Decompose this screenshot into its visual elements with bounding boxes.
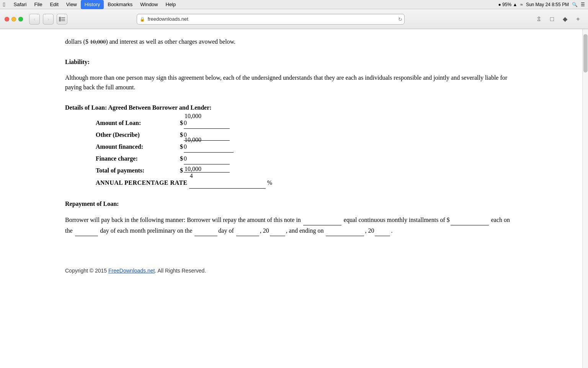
- dollar-sign-2: $: [180, 130, 183, 140]
- apr-percent: %: [267, 178, 272, 187]
- apr-row: ANNUAL PERCENTAGE RATE 4 %: [96, 178, 517, 189]
- amount-financed-top: 10,000: [185, 135, 201, 145]
- page-content: dollars ($ 10,000) and interest as well …: [0, 29, 582, 368]
- apr-value: 4: [190, 171, 193, 181]
- blank-year-2: [375, 225, 390, 236]
- menubar-view[interactable]: View: [62, 0, 81, 9]
- sidebar-icon: [59, 17, 65, 21]
- toolbar-actions: ⇫ □ ◆ +: [534, 14, 583, 25]
- finance-charge-row: Finance charge: $ 0: [96, 154, 517, 164]
- amount-strikethrough: 10,000: [90, 39, 106, 45]
- dollar-sign-5: $: [180, 166, 183, 175]
- loan-fields: Amount of Loan: $ 10,000 0 Other (Descri…: [96, 118, 517, 189]
- liability-heading: Liability:: [65, 58, 517, 67]
- add-tab-button[interactable]: +: [573, 14, 583, 25]
- menubar-file[interactable]: File: [30, 0, 46, 9]
- footer-link[interactable]: FreeDownloads.net: [108, 268, 155, 274]
- liability-paragraph: Although more than one person may sign t…: [65, 73, 517, 92]
- address-bar-container: 🔒 freedownloads.net ↻: [137, 14, 405, 25]
- other-row: Other (Describe) $ 0: [96, 130, 517, 141]
- lock-icon: 🔒: [140, 16, 145, 21]
- apr-label: ANNUAL PERCENTAGE RATE: [96, 178, 188, 187]
- forward-button: ›: [43, 14, 54, 25]
- scroll-thumb[interactable]: [583, 34, 588, 72]
- menubar-help[interactable]: Help: [162, 0, 180, 9]
- total-payments-row: Total of payments: $ 10,000: [96, 166, 517, 175]
- new-tab-button[interactable]: □: [547, 14, 557, 25]
- svg-rect-0: [59, 17, 61, 21]
- loan-amount-top: 10,000: [185, 112, 201, 121]
- loan-amount-row: Amount of Loan: $ 10,000 0: [96, 118, 517, 129]
- svg-rect-1: [61, 17, 65, 18]
- clock: Sun May 24 8:55 PM: [526, 2, 569, 7]
- window-controls: [5, 17, 23, 21]
- dollar-sign-3: $: [180, 142, 183, 151]
- menubar-history[interactable]: History: [81, 0, 104, 9]
- loan-details-heading: Details of Loan: Agreed Between Borrower…: [65, 103, 517, 112]
- blank-month: [236, 225, 259, 236]
- dollar-sign-1: $: [180, 118, 183, 128]
- blank-day-2: [194, 225, 217, 236]
- svg-rect-2: [61, 19, 65, 20]
- control-strip: ☰: [581, 2, 585, 7]
- wifi-icon: ≈: [520, 2, 523, 7]
- extensions-button[interactable]: ◆: [560, 14, 570, 25]
- other-label: Other (Describe): [96, 130, 180, 140]
- toolbar: ‹ › 🔒 freedownloads.net ↻ ⇫ □ ◆ +: [0, 9, 588, 29]
- url-text: freedownloads.net: [148, 16, 188, 22]
- dollar-sign-4: $: [180, 154, 183, 163]
- repayment-paragraph: Borrower will pay back in the following …: [65, 215, 517, 236]
- page-footer: Copyright © 2015 FreeDownloads.net. All …: [65, 259, 517, 275]
- apr-underline: [189, 178, 266, 189]
- maximize-button[interactable]: [18, 17, 23, 21]
- menubar-status: ● 95% ▲ ≈ Sun May 24 8:55 PM 🔍 ☰: [498, 2, 585, 7]
- amount-financed-label: Amount financed:: [96, 142, 180, 151]
- scrollbar[interactable]: [582, 29, 588, 368]
- menubar:  Safari File Edit View History Bookmark…: [0, 0, 588, 9]
- refresh-icon[interactable]: ↻: [398, 16, 402, 22]
- back-button[interactable]: ‹: [29, 14, 40, 25]
- menubar-safari[interactable]: Safari: [10, 0, 30, 9]
- amount-financed-value: 10,000 0: [184, 142, 234, 153]
- intro-paragraph: dollars ($ 10,000) and interest as well …: [65, 37, 517, 47]
- blank-end-date: [326, 225, 364, 236]
- amount-financed-row: Amount financed: $ 10,000 0: [96, 142, 517, 153]
- finance-charge-value: 0: [184, 154, 230, 164]
- page-container: dollars ($ 10,000) and interest as well …: [0, 29, 588, 368]
- total-payments-label: Total of payments:: [96, 166, 180, 175]
- menubar-window[interactable]: Window: [136, 0, 162, 9]
- svg-rect-3: [61, 20, 65, 21]
- close-button[interactable]: [5, 17, 9, 21]
- blank-amount: [451, 215, 489, 225]
- share-button[interactable]: ⇫: [534, 14, 544, 25]
- repayment-heading: Repayment of Loan:: [65, 199, 517, 209]
- finance-charge-label: Finance charge:: [96, 154, 180, 163]
- blank-year-1: [270, 225, 285, 236]
- total-payments-top: 10,000: [185, 164, 201, 174]
- apple-menu[interactable]: : [3, 1, 5, 8]
- blank-installments: [303, 215, 341, 225]
- apr-value-container: 4: [188, 178, 267, 189]
- sidebar-toggle-button[interactable]: [57, 14, 67, 25]
- battery-status: ● 95% ▲: [498, 2, 518, 7]
- minimize-button[interactable]: [11, 17, 16, 21]
- menubar-bookmarks[interactable]: Bookmarks: [104, 0, 136, 9]
- loan-amount-value: 10,000 0: [184, 118, 230, 129]
- loan-amount-label: Amount of Loan:: [96, 118, 180, 128]
- menubar-edit[interactable]: Edit: [46, 0, 62, 9]
- address-bar[interactable]: 🔒 freedownloads.net ↻: [137, 14, 405, 25]
- blank-day-1: [75, 225, 98, 236]
- search-icon[interactable]: 🔍: [572, 2, 578, 7]
